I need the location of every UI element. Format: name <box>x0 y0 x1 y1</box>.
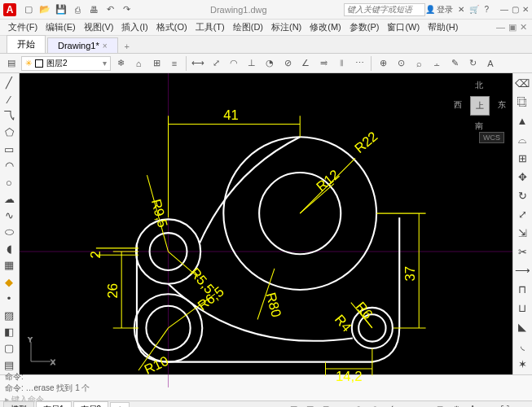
login-button[interactable]: 👤 登录 <box>425 4 454 15</box>
cart-icon[interactable]: 🛒 <box>469 5 479 14</box>
point-tool[interactable]: • <box>0 291 18 306</box>
break-tool[interactable]: ⊓ <box>513 280 531 298</box>
ellipse-tool[interactable]: ⬭ <box>0 225 18 240</box>
stretch-tool[interactable]: ⇲ <box>513 225 531 243</box>
offset-tool[interactable]: ⌓ <box>513 131 531 149</box>
tab-model[interactable]: 模型 <box>3 401 34 408</box>
dim-diameter-icon[interactable]: ⊘ <box>279 55 296 72</box>
menu-format[interactable]: 格式(O) <box>153 20 191 35</box>
circle-tool[interactable]: ○ <box>0 174 18 190</box>
trim-tool[interactable]: ✂ <box>513 243 531 260</box>
new-icon[interactable]: ▢ <box>21 2 36 17</box>
status-lwt-icon[interactable]: ≡ <box>400 403 415 408</box>
mirror-tool[interactable]: ▲ <box>513 112 531 130</box>
doc-minimize-icon[interactable]: — <box>496 22 505 33</box>
status-model-icon[interactable]: ▦ <box>286 403 301 408</box>
open-icon[interactable]: 📂 <box>37 2 52 17</box>
gradient-tool[interactable]: ◧ <box>0 324 18 339</box>
doc-restore-icon[interactable]: ▣ <box>508 22 517 33</box>
tab-layout1[interactable]: 布局1 <box>36 401 72 408</box>
status-sc-icon[interactable]: ⚙ <box>449 403 464 408</box>
rectangle-tool[interactable]: ▭ <box>0 142 18 157</box>
status-customize-icon[interactable]: ≡ <box>514 403 529 408</box>
menu-file[interactable]: 文件(F) <box>5 20 41 35</box>
jog-icon[interactable]: ⫠ <box>429 55 445 72</box>
menu-dimension[interactable]: 标注(N) <box>268 20 305 35</box>
copy-tool[interactable]: ⿻ <box>513 94 531 112</box>
layer-props-icon[interactable]: ▤ <box>3 55 20 72</box>
region-tool[interactable]: ▢ <box>0 340 18 356</box>
tab-start[interactable]: 开始 <box>7 35 46 53</box>
make-block-tool[interactable]: ◆ <box>0 274 18 290</box>
erase-tool[interactable]: ⌫ <box>513 75 531 93</box>
style-icon[interactable]: A <box>482 55 499 72</box>
edit-icon[interactable]: ✎ <box>446 55 463 72</box>
ellipse-arc-tool[interactable]: ◖ <box>0 241 18 256</box>
status-qp-icon[interactable]: ⊡ <box>433 403 447 408</box>
help-icon[interactable]: ? <box>484 5 489 14</box>
inspect-icon[interactable]: ⌕ <box>411 55 427 72</box>
dim-linear-icon[interactable]: ⟷ <box>190 55 206 72</box>
arc-tool[interactable]: ◠ <box>0 158 18 173</box>
update-icon[interactable]: ↻ <box>464 55 481 72</box>
status-polar-icon[interactable]: ⊕ <box>351 403 366 408</box>
status-ortho-icon[interactable]: ∟ <box>335 403 350 408</box>
tab-layout2[interactable]: 布局2 <box>73 401 109 408</box>
status-osnap-icon[interactable]: ◎ <box>367 403 382 408</box>
save-icon[interactable]: 💾 <box>54 2 68 17</box>
scale-tool[interactable]: ⤢ <box>513 206 531 224</box>
status-ws-icon[interactable]: ⌂ <box>481 403 496 408</box>
search-input[interactable] <box>344 3 425 16</box>
dim-angular-icon[interactable]: ∠ <box>297 55 314 72</box>
dim-ordinate-icon[interactable]: ⊥ <box>244 55 260 72</box>
tolerance-icon[interactable]: ⊕ <box>375 55 391 72</box>
saveas-icon[interactable]: ⎙ <box>70 2 85 17</box>
move-tool[interactable]: ✥ <box>513 168 531 186</box>
redo-icon[interactable]: ↷ <box>119 2 134 17</box>
spline-tool[interactable]: ∿ <box>0 208 18 223</box>
menu-edit[interactable]: 编辑(E) <box>42 20 79 35</box>
dim-continue-icon[interactable]: ⋯ <box>351 55 367 72</box>
app-logo[interactable]: A <box>3 3 16 16</box>
center-icon[interactable]: ⊙ <box>393 55 409 72</box>
drawing-canvas[interactable]: 41 R22 R12 R9,5 R5,5 R80 R6,5 R6 R4 R10 … <box>20 73 512 374</box>
chamfer-tool[interactable]: ◣ <box>513 317 531 335</box>
view-cube-top[interactable]: 上 <box>470 96 490 116</box>
menu-help[interactable]: 帮助(H) <box>424 20 461 35</box>
array-tool[interactable]: ⊞ <box>513 150 531 168</box>
hatch-tool[interactable]: ▨ <box>0 307 18 322</box>
undo-icon[interactable]: ↶ <box>103 2 117 17</box>
join-tool[interactable]: ⊔ <box>513 299 531 317</box>
dim-aligned-icon[interactable]: ⤢ <box>208 55 224 72</box>
dim-arc-icon[interactable]: ◠ <box>226 55 242 72</box>
layer-dropdown[interactable]: ✳ 图层2 ▾ <box>21 56 111 71</box>
layer-ico-3[interactable]: ⊞ <box>148 55 165 72</box>
print-icon[interactable]: 🖶 <box>86 2 101 17</box>
status-grid-icon[interactable]: ▦ <box>302 403 317 408</box>
construction-line-tool[interactable]: ∕ <box>0 91 18 107</box>
maximize-icon[interactable]: ▢ <box>512 5 519 14</box>
tab-layout-add[interactable]: + <box>110 402 130 407</box>
menu-tools[interactable]: 工具(T) <box>192 20 228 35</box>
status-full-icon[interactable]: ⛶ <box>498 403 512 408</box>
polyline-tool[interactable]: ⺄ <box>0 108 18 124</box>
tab-close-icon[interactable]: × <box>103 42 108 50</box>
tab-add-button[interactable]: + <box>120 40 134 53</box>
layer-ico-2[interactable]: ⌂ <box>130 55 147 72</box>
dim-baseline-icon[interactable]: ⫴ <box>333 55 350 72</box>
minimize-icon[interactable]: — <box>500 5 508 14</box>
revcloud-tool[interactable]: ☁ <box>0 191 18 207</box>
layer-ico-4[interactable]: ≡ <box>166 55 182 72</box>
status-otrack-icon[interactable]: ∠ <box>384 403 398 408</box>
menu-modify[interactable]: 修改(M) <box>306 20 345 35</box>
exchange-icon[interactable]: ✕ <box>458 5 464 14</box>
status-snap-icon[interactable]: ⊞ <box>319 403 333 408</box>
menu-insert[interactable]: 插入(I) <box>118 20 151 35</box>
fillet-tool[interactable]: ◟ <box>513 336 531 354</box>
doc-close-icon[interactable]: ✕ <box>520 22 527 33</box>
close-icon[interactable]: ✕ <box>522 5 529 14</box>
dim-radius-icon[interactable]: ◔ <box>262 55 278 72</box>
tab-drawing1[interactable]: Drawing1* × <box>47 37 118 53</box>
menu-view[interactable]: 视图(V) <box>81 20 117 35</box>
menu-draw[interactable]: 绘图(D) <box>230 20 266 35</box>
